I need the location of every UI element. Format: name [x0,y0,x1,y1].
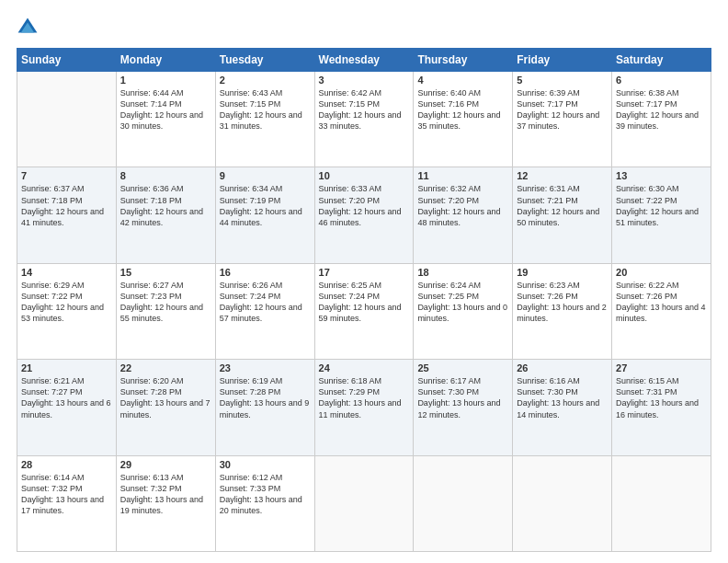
day-number: 19 [517,267,608,278]
calendar-cell: 23Sunrise: 6:19 AMSunset: 7:28 PMDayligh… [215,360,314,455]
day-number: 4 [417,75,508,86]
calendar-week-row-3: 14Sunrise: 6:29 AMSunset: 7:22 PMDayligh… [17,263,711,359]
calendar-cell: 16Sunrise: 6:26 AMSunset: 7:24 PMDayligh… [215,263,314,359]
day-info: Sunrise: 6:30 AMSunset: 7:22 PMDaylight:… [616,183,707,228]
day-number: 26 [517,362,608,373]
weekday-header-friday: Friday [513,49,612,72]
day-number: 21 [21,362,112,373]
day-number: 28 [21,459,112,470]
day-info: Sunrise: 6:36 AMSunset: 7:18 PMDaylight:… [120,183,211,228]
calendar-cell: 20Sunrise: 6:22 AMSunset: 7:26 PMDayligh… [612,263,711,359]
calendar-cell: 26Sunrise: 6:16 AMSunset: 7:30 PMDayligh… [513,360,612,455]
day-info: Sunrise: 6:17 AMSunset: 7:30 PMDaylight:… [417,375,508,420]
calendar-week-row-1: 1Sunrise: 6:44 AMSunset: 7:14 PMDaylight… [17,72,711,167]
day-info: Sunrise: 6:40 AMSunset: 7:16 PMDaylight:… [417,87,508,132]
calendar-cell: 28Sunrise: 6:14 AMSunset: 7:32 PMDayligh… [17,455,117,551]
day-info: Sunrise: 6:19 AMSunset: 7:28 PMDaylight:… [220,375,311,420]
day-info: Sunrise: 6:44 AMSunset: 7:14 PMDaylight:… [120,87,211,132]
calendar-cell: 18Sunrise: 6:24 AMSunset: 7:25 PMDayligh… [414,263,513,359]
day-info: Sunrise: 6:23 AMSunset: 7:26 PMDaylight:… [517,280,608,325]
calendar-cell: 1Sunrise: 6:44 AMSunset: 7:14 PMDaylight… [116,72,215,167]
day-info: Sunrise: 6:25 AMSunset: 7:24 PMDaylight:… [319,280,410,325]
day-info: Sunrise: 6:42 AMSunset: 7:15 PMDaylight:… [319,87,410,132]
calendar-week-row-2: 7Sunrise: 6:37 AMSunset: 7:18 PMDaylight… [17,167,711,263]
day-info: Sunrise: 6:20 AMSunset: 7:28 PMDaylight:… [120,375,211,420]
day-number: 3 [319,75,410,86]
page: SundayMondayTuesdayWednesdayThursdayFrid… [0,0,728,563]
day-number: 18 [417,267,508,278]
calendar-cell [513,455,612,551]
calendar-cell: 29Sunrise: 6:13 AMSunset: 7:32 PMDayligh… [116,455,215,551]
calendar-cell: 3Sunrise: 6:42 AMSunset: 7:15 PMDaylight… [314,72,414,167]
day-info: Sunrise: 6:37 AMSunset: 7:18 PMDaylight:… [21,183,112,228]
day-info: Sunrise: 6:24 AMSunset: 7:25 PMDaylight:… [417,280,508,325]
day-info: Sunrise: 6:18 AMSunset: 7:29 PMDaylight:… [319,375,410,420]
calendar-cell [17,72,117,167]
day-number: 27 [616,362,707,373]
weekday-header-thursday: Thursday [414,49,513,72]
weekday-header-wednesday: Wednesday [314,49,414,72]
calendar-cell: 4Sunrise: 6:40 AMSunset: 7:16 PMDaylight… [414,72,513,167]
day-info: Sunrise: 6:29 AMSunset: 7:22 PMDaylight:… [21,280,112,325]
day-info: Sunrise: 6:39 AMSunset: 7:17 PMDaylight:… [517,87,608,132]
weekday-header-saturday: Saturday [612,49,711,72]
calendar-table: SundayMondayTuesdayWednesdayThursdayFrid… [17,48,711,552]
calendar-cell: 9Sunrise: 6:34 AMSunset: 7:19 PMDaylight… [215,167,314,263]
weekday-header-sunday: Sunday [17,49,117,72]
day-number: 6 [616,75,707,86]
day-info: Sunrise: 6:33 AMSunset: 7:20 PMDaylight:… [319,183,410,228]
calendar-cell: 22Sunrise: 6:20 AMSunset: 7:28 PMDayligh… [116,360,215,455]
day-number: 14 [21,267,112,278]
day-number: 17 [319,267,410,278]
day-info: Sunrise: 6:26 AMSunset: 7:24 PMDaylight:… [220,280,311,325]
day-number: 20 [616,267,707,278]
day-number: 11 [417,170,508,181]
calendar-week-row-5: 28Sunrise: 6:14 AMSunset: 7:32 PMDayligh… [17,455,711,551]
calendar-cell: 5Sunrise: 6:39 AMSunset: 7:17 PMDaylight… [513,72,612,167]
day-number: 30 [220,459,311,470]
logo-icon [17,17,39,39]
day-info: Sunrise: 6:38 AMSunset: 7:17 PMDaylight:… [616,87,707,132]
header [17,17,711,39]
day-number: 10 [319,170,410,181]
calendar-cell: 6Sunrise: 6:38 AMSunset: 7:17 PMDaylight… [612,72,711,167]
day-number: 25 [417,362,508,373]
day-info: Sunrise: 6:43 AMSunset: 7:15 PMDaylight:… [220,87,311,132]
calendar-cell: 17Sunrise: 6:25 AMSunset: 7:24 PMDayligh… [314,263,414,359]
weekday-header-tuesday: Tuesday [215,49,314,72]
calendar-cell: 2Sunrise: 6:43 AMSunset: 7:15 PMDaylight… [215,72,314,167]
day-number: 22 [120,362,211,373]
calendar-cell: 27Sunrise: 6:15 AMSunset: 7:31 PMDayligh… [612,360,711,455]
day-number: 5 [517,75,608,86]
weekday-header-row: SundayMondayTuesdayWednesdayThursdayFrid… [17,49,711,72]
calendar-cell: 19Sunrise: 6:23 AMSunset: 7:26 PMDayligh… [513,263,612,359]
calendar-cell: 11Sunrise: 6:32 AMSunset: 7:20 PMDayligh… [414,167,513,263]
day-number: 1 [120,75,211,86]
day-number: 7 [21,170,112,181]
day-info: Sunrise: 6:15 AMSunset: 7:31 PMDaylight:… [616,375,707,420]
logo [17,17,42,39]
day-info: Sunrise: 6:13 AMSunset: 7:32 PMDaylight:… [120,472,211,517]
day-info: Sunrise: 6:21 AMSunset: 7:27 PMDaylight:… [21,375,112,420]
calendar-cell: 25Sunrise: 6:17 AMSunset: 7:30 PMDayligh… [414,360,513,455]
calendar-cell: 30Sunrise: 6:12 AMSunset: 7:33 PMDayligh… [215,455,314,551]
weekday-header-monday: Monday [116,49,215,72]
day-number: 16 [220,267,311,278]
day-info: Sunrise: 6:27 AMSunset: 7:23 PMDaylight:… [120,280,211,325]
calendar-cell: 15Sunrise: 6:27 AMSunset: 7:23 PMDayligh… [116,263,215,359]
calendar-cell [612,455,711,551]
calendar-cell: 24Sunrise: 6:18 AMSunset: 7:29 PMDayligh… [314,360,414,455]
day-info: Sunrise: 6:16 AMSunset: 7:30 PMDaylight:… [517,375,608,420]
day-number: 15 [120,267,211,278]
calendar-cell: 7Sunrise: 6:37 AMSunset: 7:18 PMDaylight… [17,167,117,263]
day-number: 13 [616,170,707,181]
day-info: Sunrise: 6:14 AMSunset: 7:32 PMDaylight:… [21,472,112,517]
calendar-cell: 14Sunrise: 6:29 AMSunset: 7:22 PMDayligh… [17,263,117,359]
calendar-cell: 8Sunrise: 6:36 AMSunset: 7:18 PMDaylight… [116,167,215,263]
calendar-week-row-4: 21Sunrise: 6:21 AMSunset: 7:27 PMDayligh… [17,360,711,455]
day-number: 24 [319,362,410,373]
day-info: Sunrise: 6:12 AMSunset: 7:33 PMDaylight:… [220,472,311,517]
day-number: 23 [220,362,311,373]
calendar-cell: 10Sunrise: 6:33 AMSunset: 7:20 PMDayligh… [314,167,414,263]
day-number: 9 [220,170,311,181]
